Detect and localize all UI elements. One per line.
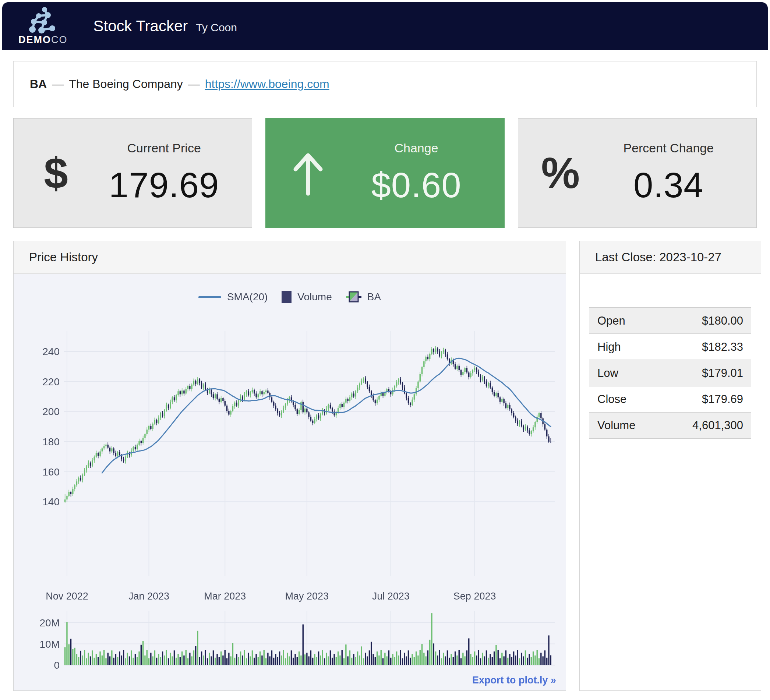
legend-item-ba[interactable]: BA [346, 290, 381, 304]
company-name: The Boeing Company [69, 77, 183, 91]
percent-change-card: % Percent Change 0.34 [518, 118, 757, 228]
price-history-chart[interactable] [14, 274, 566, 690]
separator-dash: — [52, 77, 64, 91]
price-history-panel: Price History SMA(20) Volume [13, 241, 566, 691]
app-header: DEMOCO Stock Tracker Ty Coon [2, 2, 768, 50]
low-label: Low [589, 360, 662, 386]
table-row-close: Close $179.69 [589, 386, 751, 412]
table-row-high: High $182.33 [589, 334, 751, 360]
legend-item-volume[interactable]: Volume [281, 291, 332, 303]
main-content: Price History SMA(20) Volume [13, 241, 757, 691]
volume-swatch-icon [281, 291, 291, 303]
open-value: $180.00 [662, 308, 751, 334]
high-value: $182.33 [662, 334, 751, 360]
table-row-low: Low $179.01 [589, 360, 751, 386]
percent-change-value: 0.34 [633, 165, 704, 205]
current-price-card: $ Current Price 179.69 [13, 118, 252, 228]
table-row-volume: Volume 4,601,300 [589, 412, 751, 438]
close-label: Close [589, 386, 662, 412]
chart-legend: SMA(20) Volume BA [14, 290, 566, 304]
legend-volume-label: Volume [298, 291, 332, 303]
current-price-label: Current Price [127, 141, 201, 155]
brand-name-light: CO [51, 34, 68, 45]
last-close-body: Open $180.00 High $182.33 Low $179.01 [580, 274, 761, 449]
price-history-chart-area: SMA(20) Volume BA [14, 274, 566, 690]
page-subtitle: Ty Coon [196, 21, 237, 34]
table-row-open: Open $180.00 [589, 308, 751, 334]
price-history-title: Price History [14, 241, 566, 274]
last-close-title: Last Close: 2023-10-27 [580, 241, 761, 274]
legend-item-sma[interactable]: SMA(20) [198, 291, 268, 303]
company-info-bar: BA — The Boeing Company — https://www.bo… [13, 61, 757, 107]
change-label: Change [394, 141, 438, 155]
company-symbol: BA [30, 77, 47, 91]
open-label: Open [589, 308, 662, 334]
company-website-link[interactable]: https://www.boeing.com [205, 77, 329, 91]
export-plotly-link[interactable]: Export to plot.ly » [472, 675, 556, 686]
volume-label: Volume [589, 412, 662, 438]
candlestick-swatch-icon [346, 290, 361, 304]
percent-icon: % [518, 148, 603, 198]
brand-name: DEMOCO [18, 34, 68, 46]
current-price-value: 179.69 [109, 165, 219, 205]
brand-logo: DEMOCO [18, 7, 68, 46]
stats-row: $ Current Price 179.69 Change $0.60 [13, 118, 757, 228]
legend-sma-label: SMA(20) [227, 291, 268, 303]
last-close-table: Open $180.00 High $182.33 Low $179.01 [589, 307, 751, 439]
molecule-logo-icon [29, 7, 57, 34]
last-close-panel: Last Close: 2023-10-27 Open $180.00 High… [579, 241, 761, 691]
close-value: $179.69 [662, 386, 751, 412]
low-value: $179.01 [662, 360, 751, 386]
page-title: Stock Tracker [94, 17, 188, 35]
dollar-icon: $ [14, 148, 98, 198]
sma-line-swatch-icon [198, 296, 221, 298]
percent-change-label: Percent Change [623, 141, 714, 155]
separator-dash: — [188, 77, 200, 91]
arrow-up-icon [266, 150, 350, 196]
legend-ba-label: BA [367, 291, 381, 303]
brand-name-bold: DEMO [18, 34, 51, 45]
stock-tracker-page: DEMOCO Stock Tracker Ty Coon BA — The Bo… [2, 2, 768, 691]
change-value: $0.60 [371, 165, 461, 205]
volume-value: 4,601,300 [662, 412, 751, 438]
change-card: Change $0.60 [265, 118, 504, 228]
high-label: High [589, 334, 662, 360]
